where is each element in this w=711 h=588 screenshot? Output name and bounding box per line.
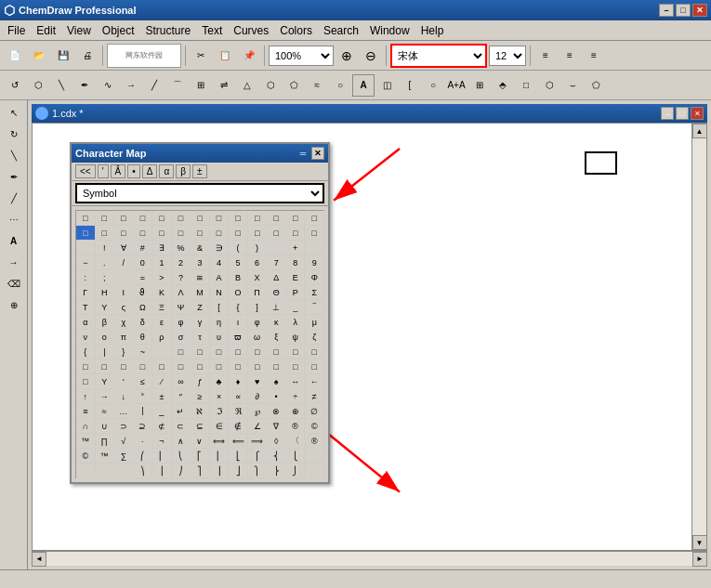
menu-object[interactable]: Object <box>97 22 140 39</box>
align-right-button[interactable]: ≡ <box>583 45 605 67</box>
char-cell[interactable] <box>152 345 172 359</box>
char-cell[interactable]: Φ <box>305 270 324 285</box>
char-cell[interactable] <box>267 241 286 255</box>
tool-rotate[interactable]: ↻ <box>4 124 24 144</box>
char-cell[interactable]: □ <box>267 345 286 359</box>
char-cell[interactable]: γ <box>191 315 210 330</box>
char-cell[interactable]: 4 <box>210 255 230 270</box>
char-cell[interactable]: □ <box>248 345 268 359</box>
char-cell[interactable]: π <box>114 330 134 345</box>
char-cell[interactable]: ο <box>96 330 115 345</box>
char-cell[interactable]: × <box>210 389 230 404</box>
char-cell[interactable]: ⎡ <box>191 449 210 464</box>
char-cell[interactable]: 2 <box>172 255 191 270</box>
flask-tool[interactable]: ⬘ <box>492 74 514 97</box>
char-cell[interactable]: □ <box>210 359 230 374</box>
font-select[interactable]: 宋体 <box>392 46 485 66</box>
char-cell[interactable]: φ <box>172 315 191 330</box>
menu-help[interactable]: Help <box>415 22 450 39</box>
char-cell[interactable]: ⎭ <box>286 464 306 478</box>
pen-tool[interactable]: ✒ <box>73 74 96 97</box>
char-cell[interactable]: ∉ <box>229 419 248 434</box>
char-cell[interactable]: □ <box>96 211 115 226</box>
char-cell[interactable]: □ <box>152 359 172 374</box>
char-btn-quote[interactable]: ' <box>98 164 109 178</box>
minimize-button[interactable]: – <box>659 4 674 17</box>
hexagon-tool[interactable]: ⬡ <box>259 74 282 97</box>
tool-chain[interactable]: ⋯ <box>4 209 24 229</box>
char-cell[interactable]: Γ <box>76 285 96 300</box>
char-cell[interactable]: ⊄ <box>152 419 172 434</box>
char-cell[interactable]: / <box>114 255 134 270</box>
char-cell[interactable]: □ <box>286 345 306 359</box>
char-cell[interactable]: ∅ <box>305 404 324 419</box>
char-cell[interactable]: □ <box>305 226 324 241</box>
char-btn-alpha[interactable]: α <box>159 164 174 178</box>
char-cell[interactable]: ℵ <box>191 404 210 419</box>
hex-ring-tool[interactable]: ⬡ <box>538 74 560 97</box>
char-cell[interactable]: □ <box>286 359 306 374</box>
char-cell[interactable]: φ <box>248 315 268 330</box>
char-cell[interactable]: ∩ <box>76 419 96 434</box>
char-cell[interactable]: ' <box>114 374 134 389</box>
scroll-track-h[interactable] <box>46 552 692 566</box>
char-cell[interactable]: ∠ <box>248 419 268 434</box>
char-cell[interactable]: ρ <box>152 330 172 345</box>
pent-ring-tool[interactable]: ⬠ <box>585 74 607 97</box>
char-cell[interactable]: ∀ <box>114 241 134 255</box>
char-cell[interactable]: Π <box>248 285 268 300</box>
char-cell[interactable]: ∕ <box>152 374 172 389</box>
char-cell[interactable]: ⎫ <box>248 464 268 478</box>
char-cell[interactable]: ® <box>286 419 306 434</box>
char-cell[interactable]: ∃ <box>152 241 172 255</box>
char-cell[interactable]: ⊆ <box>191 419 210 434</box>
char-cell[interactable]: ⏐ <box>134 404 153 419</box>
char-cell[interactable]: ™ <box>96 449 115 464</box>
menu-search[interactable]: Search <box>318 22 364 39</box>
char-cell[interactable]: ← <box>305 374 324 389</box>
char-cell[interactable]: = <box>134 270 153 285</box>
char-cell[interactable]: Δ <box>267 270 286 285</box>
char-cell[interactable]: ( <box>229 241 248 255</box>
char-cell[interactable]: 0 <box>134 255 153 270</box>
char-cell[interactable]: ⎤ <box>191 464 210 478</box>
char-cell[interactable]: ⎟ <box>152 464 172 478</box>
menu-colors[interactable]: Colors <box>274 22 318 39</box>
char-cell[interactable]: ⊇ <box>134 419 153 434</box>
ring-tool[interactable]: ○ <box>329 74 351 97</box>
tool-zoom[interactable]: ⊕ <box>4 294 24 315</box>
char-cell[interactable]: ? <box>172 270 191 285</box>
char-cell[interactable]: □ <box>267 211 286 226</box>
char-cell[interactable]: Ξ <box>152 300 172 315</box>
char-btn-prev[interactable]: << <box>75 164 96 178</box>
tool-eraser[interactable]: ⌫ <box>4 273 24 294</box>
char-cell[interactable]: ≡ <box>76 404 96 419</box>
char-cell[interactable]: ⟹ <box>248 434 268 449</box>
char-btn-a-hat[interactable]: Â <box>111 164 126 178</box>
tool-bond[interactable]: ╱ <box>4 188 24 208</box>
char-cell[interactable]: ♥ <box>248 374 268 389</box>
char-map-font-select[interactable]: Symbol <box>75 183 324 203</box>
char-cell[interactable]: Υ <box>96 374 115 389</box>
char-cell[interactable]: Ε <box>286 270 306 285</box>
char-cell[interactable] <box>76 464 96 478</box>
char-cell[interactable]: ! <box>96 241 115 255</box>
paste-button[interactable]: 📌 <box>238 45 260 67</box>
char-cell[interactable]: □ <box>305 359 324 374</box>
char-cell[interactable]: ν <box>76 330 96 345</box>
char-cell[interactable]: _ <box>286 300 306 315</box>
char-cell[interactable]: ¬ <box>152 434 172 449</box>
char-cell[interactable]: ℑ <box>210 404 230 419</box>
char-cell[interactable]: ξ <box>267 330 286 345</box>
char-cell[interactable]: □ <box>134 211 153 226</box>
char-cell[interactable]: 3 <box>191 255 210 270</box>
char-cell[interactable]: η <box>210 315 230 330</box>
char-cell[interactable]: α <box>76 315 96 330</box>
char-cell[interactable]: □ <box>76 211 96 226</box>
char-cell[interactable]: τ <box>191 330 210 345</box>
char-btn-delta[interactable]: Δ <box>142 164 158 178</box>
plus-tool[interactable]: A+A <box>445 74 467 97</box>
char-cell[interactable]: ∞ <box>172 374 191 389</box>
char-cell[interactable]: ∑ <box>114 449 134 464</box>
char-cell[interactable]: ⎬ <box>267 464 286 478</box>
